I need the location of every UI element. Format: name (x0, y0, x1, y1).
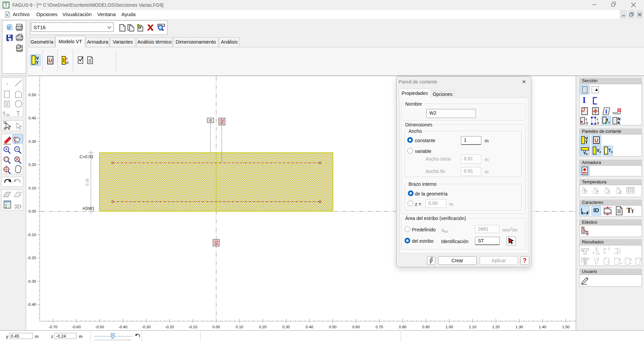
svg-text:U: U (49, 58, 52, 63)
svg-text:-0.30: -0.30 (27, 279, 36, 283)
svg-text:0.50: 0.50 (329, 325, 336, 329)
svg-text:1.40: 1.40 (539, 325, 546, 329)
svg-text:-0.20: -0.20 (27, 256, 36, 260)
svg-text:T: T (596, 190, 598, 194)
svg-text:1.50: 1.50 (562, 325, 570, 329)
svg-text:V: V (583, 151, 586, 155)
svg-text:A: A (607, 260, 609, 263)
svg-text:R1: R1 (214, 240, 218, 245)
svg-text:0.25: 0.25 (85, 178, 89, 185)
svg-text:0.70: 0.70 (376, 325, 383, 329)
svg-text:0.30: 0.30 (29, 139, 36, 144)
svg-text:-0.70: -0.70 (49, 325, 57, 329)
svg-text:0.40: 0.40 (306, 325, 313, 329)
svg-text:δ: δ (630, 258, 632, 261)
svg-text:0.20: 0.20 (29, 163, 36, 167)
svg-text:δ: δ (608, 247, 609, 250)
svg-text:1.10: 1.10 (469, 325, 476, 329)
svg-text:δ: δ (619, 258, 621, 261)
svg-text:T: T (585, 140, 588, 145)
svg-text:0.50: 0.50 (29, 93, 36, 97)
svg-text:R2: R2 (220, 119, 224, 124)
svg-text:max: max (619, 262, 623, 264)
svg-text:ASW1: ASW1 (83, 206, 94, 211)
svg-text:M: M (581, 249, 584, 252)
svg-text:0.30: 0.30 (282, 325, 290, 329)
svg-text:U: U (594, 138, 598, 144)
svg-text:R: R (209, 119, 213, 122)
svg-text:ε: ε (593, 250, 594, 254)
svg-text:T: T (16, 110, 20, 117)
svg-text:σ: σ (597, 121, 599, 125)
svg-text:1.30: 1.30 (516, 325, 523, 329)
svg-text:-0.20: -0.20 (165, 325, 174, 329)
svg-text:σ: σ (619, 190, 621, 194)
svg-text:σ: σ (586, 121, 588, 125)
svg-text:T: T (36, 60, 39, 65)
svg-text:ε: ε (66, 56, 68, 60)
svg-text:T: T (583, 189, 586, 194)
svg-text:y: y (608, 120, 610, 124)
svg-text:C=0.03: C=0.03 (79, 155, 93, 159)
svg-text:T: T (608, 148, 611, 153)
svg-text:0.20: 0.20 (259, 325, 266, 329)
svg-text:V: V (597, 148, 599, 153)
svg-text:I: I (605, 108, 607, 115)
svg-text:-0.60: -0.60 (72, 325, 80, 329)
svg-text:0.40: 0.40 (29, 116, 36, 120)
svg-text:-0.50: -0.50 (95, 325, 104, 329)
svg-text:-0.10: -0.10 (189, 325, 197, 329)
svg-text:V: V (36, 56, 39, 61)
svg-text:ε: ε (607, 190, 609, 194)
svg-text:0.90: 0.90 (422, 325, 430, 329)
svg-text:-0.40: -0.40 (118, 325, 127, 329)
svg-text:δ: δ (640, 258, 642, 261)
svg-text:f: f (606, 118, 608, 123)
svg-text:0.10: 0.10 (29, 186, 36, 190)
svg-text:-0.30: -0.30 (142, 325, 151, 329)
svg-text:-0.10: -0.10 (27, 233, 36, 237)
svg-text:0.60: 0.60 (352, 325, 360, 329)
svg-text:V: V (596, 257, 599, 261)
svg-text:0.00: 0.00 (29, 209, 36, 213)
svg-text:3D: 3D (14, 204, 21, 210)
svg-text:0.10: 0.10 (236, 325, 243, 329)
svg-text:K: K (618, 121, 621, 125)
svg-text:0.00: 0.00 (212, 325, 220, 329)
svg-text:x: x (611, 150, 612, 154)
svg-text:1.00: 1.00 (445, 325, 453, 329)
svg-text:z: z (599, 150, 601, 154)
svg-text:V: V (581, 260, 583, 263)
svg-text:1.20: 1.20 (492, 325, 499, 329)
svg-text:d: d (619, 249, 620, 253)
svg-text:y: y (586, 152, 588, 155)
svg-text:0.80: 0.80 (399, 325, 406, 329)
svg-text:σ: σ (66, 60, 69, 65)
svg-text:-0.40: -0.40 (27, 302, 36, 306)
svg-text:m: m (630, 262, 632, 264)
svg-text:s: s (586, 232, 588, 235)
